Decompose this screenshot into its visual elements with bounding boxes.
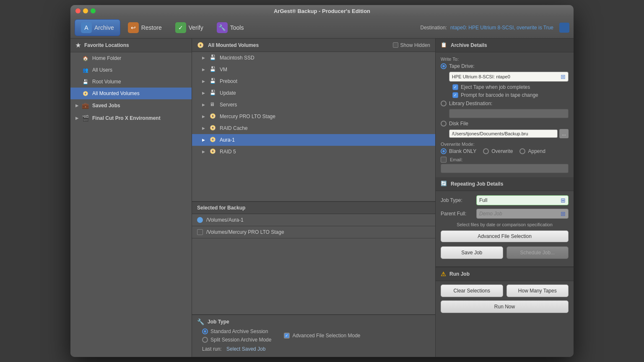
center-panel: 📀 All Mounted Volumes Show Hidden ▶ 💾 Ma… xyxy=(192,39,435,357)
destination-label: Destination: xyxy=(421,25,447,31)
volume-item-update[interactable]: ▶ 💾 Update xyxy=(192,87,435,99)
selected-item-mercury[interactable]: /Volumes/Mercury PRO LTO Stage xyxy=(192,226,435,238)
overwrite-mode-label: Overwrite Mode: xyxy=(441,142,569,147)
sidebar-item-label: All Users xyxy=(92,67,112,73)
append-radio[interactable]: Append xyxy=(519,148,545,154)
email-checkbox[interactable] xyxy=(441,157,447,163)
selected-backup-title: Selected for Backup xyxy=(197,205,245,211)
users-icon: 👥 xyxy=(82,67,89,73)
tape-icon: 📀 xyxy=(210,113,216,120)
volume-type-icon xyxy=(197,217,203,223)
save-job-button[interactable]: Save Job xyxy=(441,246,503,259)
archive-details-body: Write To: Tape Drive: HPE Ultrium 8-SCSI… xyxy=(436,52,574,177)
volume-name: Update xyxy=(220,90,236,96)
volume-item-raid5[interactable]: ▶ 📀 RAID 5 xyxy=(192,146,435,158)
tape-drive-select[interactable]: HPE Ultrium 8-SCSI: ntape0 ⊞ xyxy=(449,72,569,82)
fcp-environment-header[interactable]: ▶ 🎬 Final Cut Pro X Environment xyxy=(70,112,192,124)
radio-indicator xyxy=(441,101,447,106)
volume-name: VM xyxy=(220,67,227,72)
tape-drive-radio[interactable]: Tape Drive: xyxy=(441,63,569,69)
overwrite-mode-section: Overwrite Mode: Blank ONLY Overwrite xyxy=(441,142,569,154)
window-controls xyxy=(75,8,96,13)
volumes-icon: 📀 xyxy=(82,90,89,97)
adv-file-selection-button[interactable]: Advanced File Selection xyxy=(441,230,569,242)
right-panel: 📋 Archive Details Write To: Tape Drive: … xyxy=(435,39,574,357)
star-icon: ★ xyxy=(75,42,81,49)
volume-name: RAID 5 xyxy=(220,149,236,155)
expand-icon: ▶ xyxy=(202,138,206,142)
volume-item-vm[interactable]: ▶ 💾 VM xyxy=(192,64,435,75)
volume-item-raidcache[interactable]: ▶ 📀 RAID Cache xyxy=(192,122,435,134)
volume-item-aura1[interactable]: ▶ 📀 Aura-1 xyxy=(192,134,435,146)
how-many-tapes-button[interactable]: How Many Tapes xyxy=(506,284,569,297)
archive-details-header: 📋 Archive Details xyxy=(436,39,574,52)
radio-indicator xyxy=(202,328,208,334)
volume-item-macintosh[interactable]: ▶ 💾 Macintosh SSD xyxy=(192,52,435,64)
destination-bar: Destination: ntape0: HPE Ultrium 8-SCSI,… xyxy=(421,25,553,31)
raid-icon: 📀 xyxy=(210,125,216,132)
sidebar-item-rootvolume[interactable]: 💾 Root Volume xyxy=(70,76,192,88)
run-now-button[interactable]: Run Now xyxy=(441,300,569,313)
split-session-radio[interactable]: Split Session Archive Mode xyxy=(202,337,271,343)
disk-icon: 💾 xyxy=(82,78,89,85)
sidebar-item-label: Root Volume xyxy=(92,79,121,85)
library-dest-radio[interactable]: Library Destination: xyxy=(441,101,569,106)
write-to-label: Write To: xyxy=(441,57,569,62)
archive-icon: A xyxy=(81,22,92,33)
volume-name: Aura-1 xyxy=(220,137,235,143)
selected-path: /Volumes/Aura-1 xyxy=(206,217,244,223)
close-button[interactable] xyxy=(75,8,80,13)
saved-jobs-header[interactable]: ▶ 💼 Saved Jobs xyxy=(70,99,192,112)
sidebar-item-allusers[interactable]: 👥 All Users xyxy=(70,64,192,76)
tools-tab[interactable]: 🔧 Tools xyxy=(211,20,250,36)
volume-icon: 📀 xyxy=(210,137,216,143)
browse-button[interactable]: … xyxy=(559,129,569,138)
archive-tab[interactable]: A Archive xyxy=(75,19,120,36)
favorite-locations-header: ★ Favorite Locations xyxy=(70,39,192,52)
parent-full-row: Parent Full: Demo Job ⊞ xyxy=(441,209,569,219)
repeating-job-header: 🔄 Repeating Job Details xyxy=(436,177,574,191)
verify-tab[interactable]: ✓ Verify xyxy=(169,20,209,36)
clear-selections-button[interactable]: Clear Selections xyxy=(441,284,503,297)
dropdown-arrow-icon: ⊞ xyxy=(561,73,566,80)
volume-item-preboot[interactable]: ▶ 💾 Preboot xyxy=(192,75,435,87)
tools-icon: 🔧 xyxy=(217,22,228,33)
email-input[interactable] xyxy=(441,164,569,173)
tape-type-icon xyxy=(197,229,203,235)
selected-backup-section: Selected for Backup /Volumes/Aura-1 /Vol… xyxy=(192,202,435,314)
checkbox-label: Advanced File Selection Mode xyxy=(292,333,360,339)
schedule-job-button[interactable]: Schedule Job... xyxy=(506,246,569,259)
job-type-select[interactable]: Full ⊞ xyxy=(476,195,569,205)
eject-tape-checkbox[interactable]: ✓ Eject Tape when job completes xyxy=(441,84,569,90)
volume-name: Preboot xyxy=(220,78,237,84)
barcode-prompt-checkbox[interactable]: ✓ Prompt for barcode in tape change xyxy=(441,92,569,98)
expand-icon: ▶ xyxy=(202,79,206,83)
volume-name: RAID Cache xyxy=(220,125,248,131)
minimize-button[interactable] xyxy=(83,8,88,13)
chevron-icon: ▶ xyxy=(75,116,78,120)
checkbox-indicator: ✓ xyxy=(452,92,458,98)
show-hidden-checkbox[interactable] xyxy=(393,42,398,48)
sidebar-item-home[interactable]: 🏠 Home Folder xyxy=(70,52,192,64)
sidebar-item-mountedvolumes[interactable]: 📀 All Mounted Volumes xyxy=(70,88,192,99)
job-type-title: Job Type xyxy=(208,319,229,325)
volume-item-servers[interactable]: ▶ 🖥 Servers xyxy=(192,99,435,111)
parent-full-select[interactable]: Demo Job ⊞ xyxy=(476,209,569,219)
adv-file-selection-checkbox[interactable]: ✓ Advanced File Selection Mode xyxy=(284,333,360,339)
overwrite-radio[interactable]: Overwrite xyxy=(483,148,513,154)
radio-label: Standard Archive Session xyxy=(210,328,268,334)
disk-file-path[interactable]: /Users/tjones/Documents/Backup.bru xyxy=(449,129,558,138)
volume-item-mercury[interactable]: ▶ 📀 Mercury PRO LTO Stage xyxy=(192,111,435,122)
radio-indicator xyxy=(519,148,525,154)
blank-only-radio[interactable]: Blank ONLY xyxy=(441,148,476,154)
disk-file-radio[interactable]: Disk File xyxy=(441,121,569,127)
selected-item-aura1[interactable]: /Volumes/Aura-1 xyxy=(192,214,435,226)
show-hidden-toggle[interactable]: Show Hidden xyxy=(393,42,430,48)
volume-name: Macintosh SSD xyxy=(220,55,254,61)
standard-archive-radio[interactable]: Standard Archive Session xyxy=(202,328,271,334)
maximize-button[interactable] xyxy=(91,8,96,13)
library-dest-input[interactable] xyxy=(449,109,569,118)
run-job-title: Run Job xyxy=(449,271,470,277)
restore-tab[interactable]: ↩ Restore xyxy=(122,20,168,36)
email-section: Email: xyxy=(441,157,569,173)
